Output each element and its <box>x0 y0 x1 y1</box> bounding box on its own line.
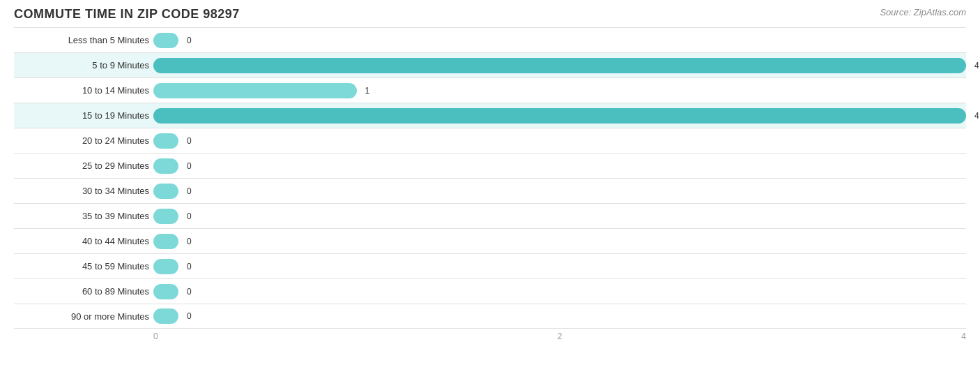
bar-pill <box>153 259 178 274</box>
bar-track: 0 <box>153 234 966 249</box>
bar-label: 15 to 19 Minutes <box>14 110 153 121</box>
bar-row: 25 to 29 Minutes0 <box>14 153 966 178</box>
bar-value: 4 <box>974 111 979 121</box>
bar-label: 40 to 44 Minutes <box>14 236 153 246</box>
bar-pill <box>153 209 178 224</box>
bar-row: 5 to 9 Minutes4 <box>14 52 966 77</box>
bar-pill <box>153 133 178 149</box>
bar-track: 0 <box>153 209 966 224</box>
bar-row: 45 to 59 Minutes0 <box>14 253 966 278</box>
bar-label: 25 to 29 Minutes <box>14 161 153 171</box>
bar-value: 1 <box>365 86 370 96</box>
bar-label: 60 to 89 Minutes <box>14 286 153 297</box>
bar-pill <box>153 308 178 324</box>
bar-label: 45 to 59 Minutes <box>14 261 153 271</box>
bar-row: 90 or more Minutes0 <box>14 304 966 329</box>
bar-track: 0 <box>153 284 966 299</box>
x-axis: 024 <box>14 332 966 341</box>
bar-label: 20 to 24 Minutes <box>14 135 153 146</box>
bar-pill <box>153 184 178 199</box>
bar-track: 0 <box>153 158 966 174</box>
bar-label: 5 to 9 Minutes <box>14 60 153 70</box>
bar-value: 4 <box>974 61 979 70</box>
chart-area: Less than 5 Minutes05 to 9 Minutes410 to… <box>14 27 966 341</box>
bar-track: 0 <box>153 133 966 149</box>
bar-row: 35 to 39 Minutes0 <box>14 203 966 228</box>
bar-track: 4 <box>153 108 966 124</box>
bar-pill <box>153 284 178 299</box>
bar-row: 10 to 14 Minutes1 <box>14 77 966 103</box>
bar-value: 0 <box>187 161 192 171</box>
bar-label: 35 to 39 Minutes <box>14 211 153 221</box>
bar-pill <box>153 234 178 249</box>
bar-track: 4 <box>153 58 966 73</box>
bar-row: 60 to 89 Minutes0 <box>14 278 966 304</box>
bar-pill <box>153 83 357 98</box>
bar-track: 0 <box>153 308 966 324</box>
bar-label: 10 to 14 Minutes <box>14 85 153 96</box>
source-label: Source: ZipAtlas.com <box>880 7 966 17</box>
chart-header: COMMUTE TIME IN ZIP CODE 98297 Source: Z… <box>14 7 966 22</box>
bar-pill <box>153 58 966 73</box>
bar-pill <box>153 33 178 48</box>
bar-row: 15 to 19 Minutes4 <box>14 103 966 128</box>
bar-row: Less than 5 Minutes0 <box>14 27 966 52</box>
chart-container: COMMUTE TIME IN ZIP CODE 98297 Source: Z… <box>14 7 966 341</box>
bar-track: 0 <box>153 184 966 199</box>
x-axis-label: 0 <box>153 332 158 341</box>
x-axis-label: 4 <box>961 332 966 341</box>
bar-value: 0 <box>187 311 192 321</box>
x-axis-label: 2 <box>558 332 562 341</box>
bar-track: 1 <box>153 83 966 98</box>
bar-pill <box>153 108 966 124</box>
bar-value: 0 <box>187 287 192 297</box>
bar-track: 0 <box>153 259 966 274</box>
bar-row: 20 to 24 Minutes0 <box>14 128 966 153</box>
bar-value: 0 <box>187 211 192 221</box>
bar-row: 30 to 34 Minutes0 <box>14 178 966 203</box>
bar-value: 0 <box>187 262 192 271</box>
bar-value: 0 <box>187 136 192 146</box>
bar-label: 90 or more Minutes <box>14 311 153 322</box>
chart-title: COMMUTE TIME IN ZIP CODE 98297 <box>14 7 240 22</box>
bar-value: 0 <box>187 237 192 246</box>
bar-value: 0 <box>187 186 192 196</box>
bar-label: Less than 5 Minutes <box>14 35 153 45</box>
bar-pill <box>153 158 178 174</box>
bar-value: 0 <box>187 36 192 45</box>
bar-track: 0 <box>153 33 966 48</box>
bar-label: 30 to 34 Minutes <box>14 186 153 196</box>
bar-row: 40 to 44 Minutes0 <box>14 228 966 253</box>
